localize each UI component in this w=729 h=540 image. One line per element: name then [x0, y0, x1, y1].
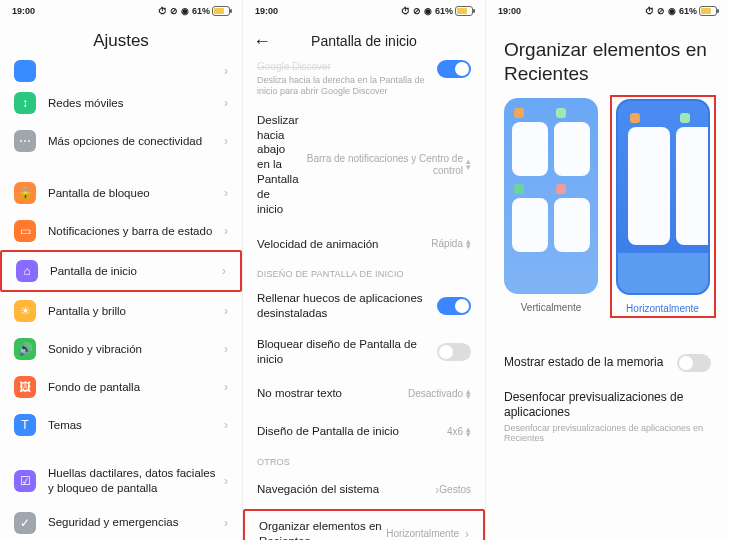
- chevron-right-icon: ›: [224, 186, 228, 200]
- battery-indicator: 61%: [435, 6, 473, 16]
- page-title: Ajustes: [93, 31, 149, 51]
- setting-icon: ⌂: [16, 260, 38, 282]
- settings-row[interactable]: ⌂Pantalla de inicio›: [0, 250, 242, 292]
- setting-label: Temas: [48, 418, 218, 433]
- option-vertical[interactable]: Verticalmente: [502, 98, 600, 316]
- toggle-switch[interactable]: [437, 297, 471, 315]
- settings-row[interactable]: ↕Redes móviles›: [0, 84, 242, 122]
- setting-icon: ☀: [14, 300, 36, 322]
- settings-row[interactable]: ▭Notificaciones y barra de estado›: [0, 212, 242, 250]
- alarm-icon: ⏱: [645, 6, 654, 16]
- section-label: DISEÑO DE PANTALLA DE INICIO: [243, 263, 485, 283]
- header: ← Pantalla de inicio: [243, 22, 485, 60]
- alarm-icon: ⏱: [158, 6, 167, 16]
- dnd-icon: ⊘: [413, 6, 421, 16]
- setting-label: Fondo de pantalla: [48, 380, 218, 395]
- stepper-icon: ▴▾: [466, 389, 471, 400]
- setting-icon: ⋯: [14, 130, 36, 152]
- chevron-right-icon: ›: [222, 264, 226, 278]
- wifi-icon: ◉: [181, 6, 189, 16]
- setting-row[interactable]: Bloquear diseño de Pantalla de inicio: [243, 329, 485, 375]
- setting-row[interactable]: Organizar elementos en RecientesHorizont…: [243, 509, 485, 540]
- setting-value: Desactivado: [408, 388, 463, 400]
- chevron-right-icon: ›: [224, 224, 228, 238]
- stepper-icon: ▴▾: [466, 159, 471, 170]
- chevron-right-icon: ›: [224, 380, 228, 394]
- wifi-icon: ◉: [424, 6, 432, 16]
- chevron-right-icon: ›: [224, 96, 228, 110]
- settings-row[interactable]: TTemas›: [0, 406, 242, 444]
- toggle-switch[interactable]: [437, 60, 471, 78]
- setting-label: Sonido y vibración: [48, 342, 218, 357]
- setting-label: Más opciones de conectividad: [48, 134, 218, 149]
- settings-row[interactable]: ☑Huellas dactilares, datos faciales y bl…: [0, 458, 242, 504]
- setting-icon: 🔊: [14, 338, 36, 360]
- settings-row[interactable]: ☀Pantalla y brillo›: [0, 292, 242, 330]
- screen-settings: 19:00 ⏱ ⊘ ◉ 61% Ajustes › ↕Redes móviles…: [0, 0, 243, 540]
- setting-label: Redes móviles: [48, 96, 218, 111]
- dnd-icon: ⊘: [170, 6, 178, 16]
- settings-stub-row[interactable]: ›: [0, 60, 242, 84]
- setting-label: Deslizar hacia abajo en la Pantalla de i…: [257, 113, 299, 218]
- setting-icon: ✓: [14, 512, 36, 534]
- page-title: Organizar elementos en Recientes: [486, 22, 729, 98]
- toggle-switch[interactable]: [437, 343, 471, 361]
- setting-icon: ☑: [14, 470, 36, 492]
- setting-icon: ↕: [14, 92, 36, 114]
- setting-row[interactable]: Diseño de Pantalla de inicio4x6▴▾: [243, 413, 485, 451]
- setting-row-memory[interactable]: Mostrar estado de la memoria: [486, 342, 729, 384]
- setting-row[interactable]: Deslizar hacia abajo en la Pantalla de i…: [243, 105, 485, 226]
- screen-recents-layout: 19:00 ⏱ ⊘ ◉ 61% Organizar elementos en R…: [486, 0, 729, 540]
- stepper-icon: ▴▾: [466, 239, 471, 250]
- chevron-right-icon: ›: [224, 516, 228, 530]
- setting-row[interactable]: Velocidad de animaciónRápida▴▾: [243, 225, 485, 263]
- chevron-right-icon: ›: [224, 64, 228, 78]
- setting-label: Diseño de Pantalla de inicio: [257, 424, 447, 439]
- setting-label: Huellas dactilares, datos faciales y blo…: [48, 466, 218, 496]
- stepper-icon: ▴▾: [466, 427, 471, 438]
- setting-label: Pantalla de inicio: [50, 264, 216, 279]
- status-bar: 19:00 ⏱ ⊘ ◉ 61%: [0, 0, 242, 22]
- setting-label: Notificaciones y barra de estado: [48, 224, 218, 239]
- setting-value: 4x6: [447, 426, 463, 438]
- wifi-icon: ◉: [668, 6, 676, 16]
- setting-row-blur[interactable]: Desenfocar previsualizaciones de aplicac…: [486, 384, 729, 457]
- settings-row[interactable]: 🔊Sonido y vibración›: [0, 330, 242, 368]
- settings-row[interactable]: 🔒Pantalla de bloqueo›: [0, 174, 242, 212]
- setting-value: Gestos: [439, 484, 471, 496]
- screen-homescreen-settings: 19:00 ⏱ ⊘ ◉ 61% ← Pantalla de inicio Goo…: [243, 0, 486, 540]
- setting-value: Rápida: [431, 238, 463, 250]
- header: Ajustes: [0, 22, 242, 60]
- settings-row[interactable]: 🖼Fondo de pantalla›: [0, 368, 242, 406]
- setting-label: No mostrar texto: [257, 386, 408, 401]
- toggle-switch[interactable]: [677, 354, 711, 372]
- setting-row[interactable]: Rellenar huecos de aplicaciones desinsta…: [243, 283, 485, 329]
- setting-row-discover[interactable]: Google Discover Desliza hacia la derecha…: [243, 60, 485, 105]
- settings-row[interactable]: ⋯Más opciones de conectividad›: [0, 122, 242, 160]
- setting-icon: ▭: [14, 220, 36, 242]
- chevron-right-icon: ›: [224, 134, 228, 148]
- setting-label: Velocidad de animación: [257, 237, 431, 252]
- back-button[interactable]: ←: [253, 32, 271, 50]
- chevron-right-icon: ›: [224, 304, 228, 318]
- alarm-icon: ⏱: [401, 6, 410, 16]
- chevron-right-icon: ›: [224, 342, 228, 356]
- option-horizontal[interactable]: Horizontalmente: [610, 95, 716, 318]
- setting-row[interactable]: Navegación del sistema›Gestos: [243, 471, 485, 509]
- dnd-icon: ⊘: [657, 6, 665, 16]
- status-time: 19:00: [12, 6, 35, 16]
- setting-value: Horizontalmente: [386, 528, 459, 540]
- settings-row[interactable]: ✓Seguridad y emergencias›: [0, 504, 242, 540]
- setting-icon: 🔒: [14, 182, 36, 204]
- battery-indicator: 61%: [192, 6, 230, 16]
- option-label: Verticalmente: [521, 302, 582, 313]
- chevron-right-icon: ›: [224, 418, 228, 432]
- status-bar: 19:00 ⏱ ⊘ ◉ 61%: [486, 0, 729, 22]
- option-label: Horizontalmente: [626, 303, 699, 314]
- status-bar: 19:00 ⏱ ⊘ ◉ 61%: [243, 0, 485, 22]
- battery-indicator: 61%: [679, 6, 717, 16]
- status-time: 19:00: [255, 6, 278, 16]
- setting-subtitle: Desenfocar previsualizaciones de aplicac…: [504, 423, 711, 445]
- setting-subtitle: Desliza hacia la derecha en la Pantalla …: [257, 75, 437, 97]
- setting-row[interactable]: No mostrar textoDesactivado▴▾: [243, 375, 485, 413]
